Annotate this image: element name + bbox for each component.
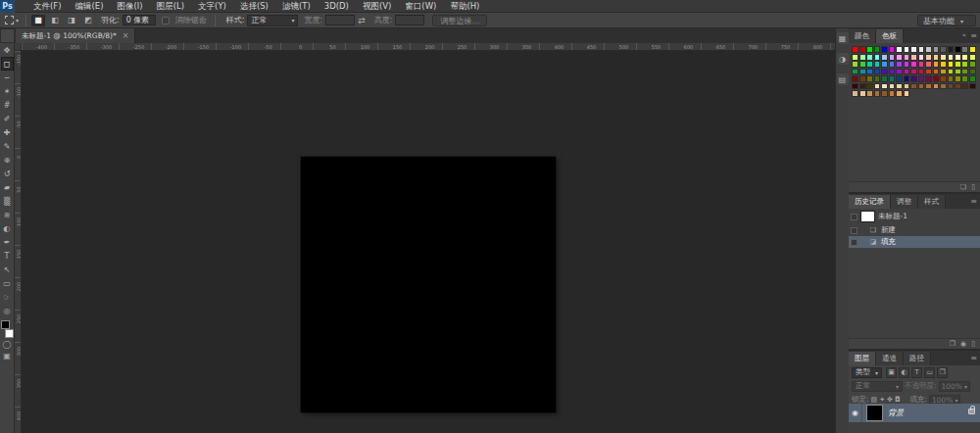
swatch[interactable] [961,61,968,68]
layer-filter-icon[interactable]: ▣ [886,367,897,378]
swatch[interactable] [940,46,947,53]
swatch[interactable] [852,83,858,90]
tool-button[interactable]: ☞ [1,290,14,304]
lock-option-icon[interactable]: ◘ [895,396,901,404]
swatch[interactable] [910,83,917,90]
swatch[interactable] [940,54,947,61]
panel-tab[interactable]: 样式 [918,195,946,209]
collapse-panels-icon[interactable]: « [962,31,966,39]
quick-mask-button[interactable]: ◯ [3,341,12,349]
swatch[interactable] [918,69,925,75]
swatch[interactable] [896,54,903,61]
menu-item[interactable]: 窗口(W) [398,0,443,13]
history-brush-source-checkbox[interactable] [851,239,858,246]
lock-option-icon[interactable]: ✦ [879,396,885,404]
layer-filter-icon[interactable]: T [911,367,922,378]
layer-thumbnail[interactable] [866,405,883,421]
style-dropdown[interactable]: 正常 ▾ [247,15,298,26]
swatch[interactable] [955,61,961,68]
panel-footer-button[interactable]: ◉ [960,340,966,349]
swatch[interactable] [925,75,932,82]
swatch[interactable] [925,46,932,53]
tool-preset-picker[interactable]: ▾ [3,15,21,25]
swatch[interactable] [969,54,976,61]
layer-row-background[interactable]: ◉ 背景 [849,404,980,422]
panel-menu-icon[interactable]: ≡ [970,197,977,206]
swatch[interactable] [904,61,910,68]
swatch[interactable] [910,69,917,75]
swatch[interactable] [961,69,968,75]
tool-button[interactable]: ✐ [1,112,14,125]
menu-item[interactable]: 3D(D) [318,0,356,13]
panel-tab[interactable]: 历史记录 [849,195,891,209]
swatch[interactable] [910,75,917,82]
swatch[interactable] [933,75,940,82]
swatch[interactable] [961,46,968,53]
swatch[interactable] [925,54,932,61]
swatch[interactable] [889,90,896,97]
tool-button[interactable]: ◐ [1,221,14,235]
tool-button[interactable]: ✎ [1,139,14,153]
swatch[interactable] [889,75,896,82]
history-brush-source-checkbox[interactable] [851,227,858,234]
swatch[interactable] [904,69,910,75]
history-state-row[interactable]: ❏ 新建 [849,224,980,236]
lock-option-icon[interactable]: ▨ [871,396,878,404]
tool-button[interactable]: ✒ [1,235,14,249]
swatch[interactable] [904,54,910,61]
swatch[interactable] [910,46,917,53]
ruler-origin-corner[interactable] [15,43,22,51]
swatch[interactable] [859,61,866,68]
swatch[interactable] [961,75,968,82]
swatch[interactable] [881,90,888,97]
panel-footer-button[interactable]: ▯ [971,183,975,192]
tool-button[interactable]: ↖ [1,263,14,276]
antialias-checkbox[interactable] [162,17,170,24]
swatch[interactable] [925,69,932,75]
document-tab[interactable]: 未标题-1 @ 100%(RGB/8)* × [16,28,135,43]
menu-item[interactable]: 视图(V) [356,0,398,13]
swatch[interactable] [874,90,881,97]
panel-footer-button[interactable]: ❐ [950,340,956,349]
swatch[interactable] [852,75,858,82]
visibility-eye-icon[interactable]: ◉ [849,404,862,422]
swatch[interactable] [904,83,910,90]
swatch[interactable] [881,46,888,53]
menu-item[interactable]: 选择(S) [233,0,275,13]
swatch[interactable] [852,46,858,53]
collapsed-panel-icon[interactable]: ▦ [837,32,849,44]
swatch[interactable] [874,54,881,61]
swatch[interactable] [874,61,881,68]
lock-option-icon[interactable]: ✥ [887,396,893,404]
swatch[interactable] [969,83,976,90]
swatch[interactable] [896,69,903,75]
swatch[interactable] [918,75,925,82]
menu-item[interactable]: 编辑(E) [69,0,111,13]
swatch[interactable] [859,54,866,61]
swatch[interactable] [961,54,968,61]
close-icon[interactable]: × [122,31,129,40]
tool-button[interactable]: # [1,98,14,112]
swatch[interactable] [948,69,955,75]
tool-button[interactable]: ↺ [1,167,14,180]
swatch[interactable] [896,90,903,97]
swatch[interactable] [866,46,873,53]
selection-mode-button[interactable]: ◧ [48,15,62,26]
swatch[interactable] [852,90,858,97]
panel-footer-button[interactable]: ❏ [960,183,966,192]
opacity-input[interactable]: 100% ▾ [939,381,970,392]
horizontal-ruler[interactable]: -400-350-300-250-200-150-100-50050100150… [22,43,835,51]
swatch[interactable] [933,54,940,61]
swatch[interactable] [889,83,896,90]
selection-mode-button[interactable]: ◨ [65,15,78,26]
tool-button[interactable]: ✚ [1,125,14,139]
document-canvas[interactable] [301,157,556,412]
vertical-ruler[interactable]: -150-100-50050100150200250300350400 [15,51,22,433]
swatch[interactable] [940,61,947,68]
menu-item[interactable]: 帮助(H) [443,0,486,13]
swatch[interactable] [874,46,881,53]
foreground-color-chip[interactable] [1,320,10,329]
tool-button[interactable]: ≋ [1,208,14,221]
swatch[interactable] [955,75,961,82]
menu-item[interactable]: 滤镜(T) [275,0,318,13]
